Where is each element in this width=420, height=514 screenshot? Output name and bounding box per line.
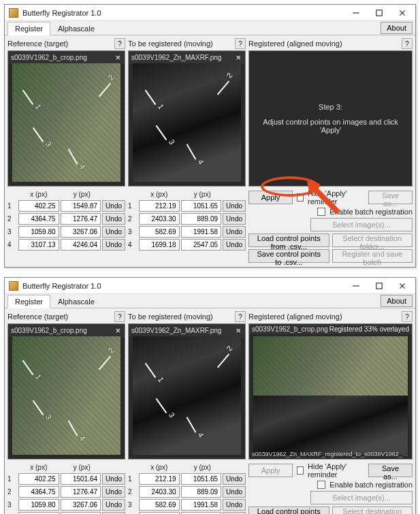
- x-input[interactable]: [139, 499, 180, 511]
- help-moving-button[interactable]: ?: [235, 38, 246, 49]
- control-point[interactable]: [217, 353, 229, 368]
- moving-viewport[interactable]: s0039V1962_Zn_MAXRF.png ×: [128, 323, 246, 460]
- undo-button[interactable]: Undo: [223, 486, 246, 498]
- moving-image[interactable]: [133, 336, 241, 455]
- hide-reminder-checkbox[interactable]: [297, 193, 304, 202]
- control-point[interactable]: [187, 417, 197, 433]
- y-input[interactable]: [181, 226, 222, 238]
- control-point[interactable]: [22, 89, 33, 104]
- control-point[interactable]: [22, 360, 33, 375]
- undo-button[interactable]: Undo: [223, 200, 246, 212]
- apply-button[interactable]: Apply: [248, 464, 293, 477]
- help-reference-button[interactable]: ?: [114, 311, 125, 322]
- help-registered-button[interactable]: ?: [402, 38, 413, 49]
- y-input[interactable]: [61, 486, 101, 498]
- undo-button[interactable]: Undo: [102, 213, 125, 225]
- moving-viewport[interactable]: s0039V1962_Zn_MAXRF.png ×: [128, 50, 246, 187]
- moving-remove-button[interactable]: ×: [234, 52, 242, 63]
- x-input[interactable]: [139, 200, 180, 212]
- y-input[interactable]: [61, 473, 101, 485]
- control-point[interactable]: [68, 148, 78, 165]
- x-input[interactable]: [18, 239, 59, 251]
- select-dest-button[interactable]: Select destination folder...: [332, 234, 413, 247]
- apply-button[interactable]: Apply: [248, 191, 293, 204]
- y-input[interactable]: [181, 239, 222, 251]
- x-input[interactable]: [139, 213, 180, 225]
- undo-button[interactable]: Undo: [102, 200, 125, 212]
- y-input[interactable]: [181, 486, 222, 498]
- load-cp-button[interactable]: Load control points from .csv...: [248, 507, 329, 514]
- x-input[interactable]: [139, 226, 180, 238]
- help-moving-button[interactable]: ?: [235, 311, 246, 322]
- hide-reminder-checkbox[interactable]: [297, 466, 304, 475]
- reference-remove-button[interactable]: ×: [114, 325, 122, 336]
- x-input[interactable]: [139, 239, 180, 251]
- control-point[interactable]: [187, 144, 197, 160]
- undo-button[interactable]: Undo: [223, 226, 246, 238]
- minimize-button[interactable]: [344, 279, 368, 293]
- control-point[interactable]: [155, 398, 167, 413]
- tab-alphascale[interactable]: Alphascale: [50, 295, 102, 308]
- select-images-button[interactable]: Select image(s)...: [310, 491, 413, 504]
- reference-viewport[interactable]: s0039V1962_b_crop.png ×: [7, 323, 125, 460]
- save-cp-button[interactable]: Save control points to .csv...: [248, 249, 329, 263]
- register-save-batch-button[interactable]: Register and save batch: [332, 249, 413, 263]
- enable-batch-checkbox[interactable]: [317, 208, 325, 216]
- reference-remove-button[interactable]: ×: [114, 52, 122, 63]
- y-input[interactable]: [181, 200, 222, 212]
- y-input[interactable]: [61, 226, 101, 238]
- undo-button[interactable]: Undo: [223, 473, 246, 485]
- tab-register[interactable]: Register: [7, 22, 50, 35]
- x-input[interactable]: [18, 486, 59, 498]
- about-button[interactable]: About: [381, 295, 413, 307]
- moving-remove-button[interactable]: ×: [234, 325, 242, 336]
- control-point[interactable]: [33, 127, 44, 142]
- load-cp-button[interactable]: Load control points from .csv...: [248, 234, 329, 247]
- undo-button[interactable]: Undo: [223, 213, 246, 225]
- x-input[interactable]: [18, 200, 59, 212]
- x-input[interactable]: [18, 226, 59, 238]
- undo-button[interactable]: Undo: [102, 473, 125, 485]
- select-images-button[interactable]: Select image(s)...: [310, 218, 413, 231]
- undo-button[interactable]: Undo: [102, 226, 125, 238]
- control-point[interactable]: [217, 80, 229, 95]
- control-point[interactable]: [155, 125, 167, 140]
- moving-image[interactable]: [133, 63, 241, 182]
- maximize-button[interactable]: [368, 279, 391, 293]
- minimize-button[interactable]: [344, 6, 368, 20]
- y-input[interactable]: [61, 213, 101, 225]
- help-reference-button[interactable]: ?: [114, 38, 125, 49]
- save-as-button[interactable]: Save as...: [368, 464, 413, 477]
- select-dest-button[interactable]: Select destination folder...: [332, 507, 413, 514]
- y-input[interactable]: [181, 499, 222, 511]
- close-button[interactable]: [391, 279, 414, 293]
- tab-register[interactable]: Register: [7, 295, 50, 308]
- y-input[interactable]: [181, 473, 222, 485]
- control-point[interactable]: [144, 362, 156, 377]
- close-button[interactable]: [391, 6, 414, 20]
- x-input[interactable]: [139, 473, 180, 485]
- undo-button[interactable]: Undo: [102, 239, 125, 251]
- control-point[interactable]: [99, 356, 111, 370]
- y-input[interactable]: [61, 200, 101, 212]
- reference-image[interactable]: [12, 336, 120, 455]
- reference-image[interactable]: [12, 63, 120, 182]
- registered-image[interactable]: [253, 336, 408, 455]
- tab-alphascale[interactable]: Alphascale: [50, 22, 102, 35]
- y-input[interactable]: [61, 239, 101, 251]
- y-input[interactable]: [181, 213, 222, 225]
- x-input[interactable]: [18, 473, 59, 485]
- reference-viewport[interactable]: s0039V1962_b_crop.png ×: [7, 50, 125, 187]
- x-input[interactable]: [18, 213, 59, 225]
- registered-viewport[interactable]: s0039V1962_b_crop.png Registered 33% ove…: [248, 323, 413, 460]
- save-as-button[interactable]: Save as...: [368, 191, 413, 204]
- maximize-button[interactable]: [368, 6, 391, 20]
- x-input[interactable]: [18, 499, 59, 511]
- control-point[interactable]: [144, 89, 156, 104]
- undo-button[interactable]: Undo: [223, 239, 246, 251]
- undo-button[interactable]: Undo: [102, 499, 125, 511]
- undo-button[interactable]: Undo: [223, 499, 246, 511]
- help-registered-button[interactable]: ?: [402, 311, 413, 322]
- about-button[interactable]: About: [381, 22, 413, 34]
- enable-batch-checkbox[interactable]: [317, 481, 325, 489]
